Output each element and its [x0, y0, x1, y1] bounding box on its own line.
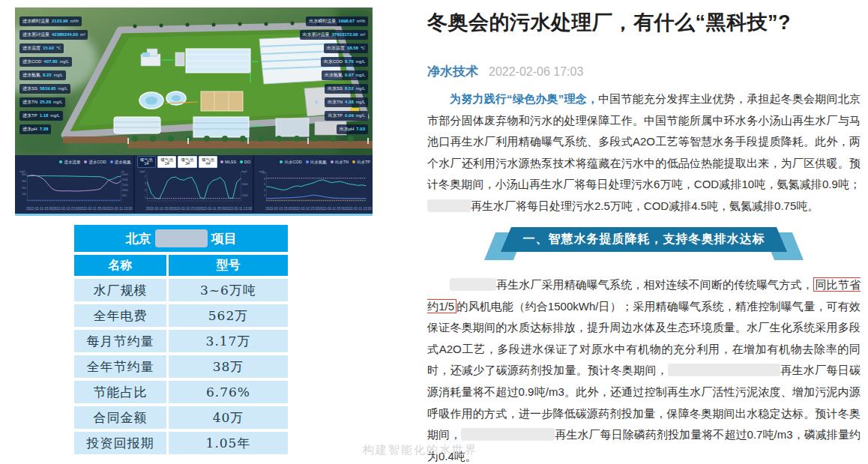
metric-unit: ℃: [361, 46, 365, 50]
table-row: 全年电费562万: [74, 304, 288, 327]
metric-value: 4.38: [345, 100, 354, 104]
metric-label: 出水TP: [328, 112, 343, 119]
metric-value: 0.97: [345, 73, 354, 77]
chart-panel-inflow: 进水流量进水COD进水氨氮mg/Lm³100200300400500100015…: [15, 155, 133, 214]
legend-item[interactable]: MLSS: [220, 160, 236, 164]
chart-legend: MLSSDO: [220, 160, 250, 164]
project-table: 北京 项目 名称 型号 水厂规模3~6万吨全年电费562万每月节约量3.17万全…: [74, 225, 288, 454]
metric-unit: m³/h: [70, 19, 79, 23]
aeration-tank-tab[interactable]: 曝气池3#: [178, 156, 196, 168]
metric-value: 18.58: [347, 46, 358, 50]
legend-dot: [220, 160, 223, 163]
legend-item[interactable]: 进水氨氮: [110, 160, 131, 165]
metric-label: 进水TP: [22, 112, 37, 119]
outlet-metric-badge: 出水SS8.52mg/L: [325, 84, 368, 94]
inlet-metric-badge: 进水SS5819.95mg/L: [19, 84, 70, 94]
metric-label: 进水温度: [22, 45, 40, 52]
legend-dot: [110, 160, 113, 163]
metric-unit: m³: [361, 32, 365, 37]
legend-item[interactable]: 进水COD: [84, 160, 106, 165]
redacted-text: [427, 199, 471, 212]
column-header-name: 名称: [74, 255, 166, 276]
chart-header: 出水COD出水氨氮出水TN出水TP: [256, 157, 370, 166]
svg-text:7: 7: [145, 175, 146, 178]
svg-text:mg/L: mg/L: [241, 170, 247, 173]
x-axis-label: 2022-02-10 15:00: [146, 207, 173, 212]
x-axis-label: 2022-02-10 23:00: [292, 207, 319, 212]
outlet-metric-badge: 出水COD8.76mg/L: [321, 57, 368, 67]
table-value-cell: 562万: [169, 304, 288, 327]
inlet-metric-badge: 进水TP1.18mg/L: [19, 111, 63, 121]
legend-dot: [280, 160, 283, 163]
inlet-metric-badge: 进水温度15.92℃: [19, 43, 64, 53]
open-basin: [201, 91, 243, 111]
metric-label: 进水TN: [22, 99, 37, 106]
table-row: 全年节约量38万: [74, 355, 288, 378]
table-name-cell: 全年电费: [74, 304, 166, 327]
inlet-metric-badge: 进水氨氮8.22mg/L: [19, 70, 66, 80]
legend-label: 进水流量: [64, 160, 80, 165]
legend-label: 出水TP: [357, 160, 370, 165]
svg-text:3: 3: [145, 189, 146, 192]
table-header-row: 名称 型号: [74, 255, 288, 276]
svg-text:2000: 2000: [122, 178, 128, 181]
legend-label: 进水COD: [88, 160, 106, 165]
metric-value: 0.09: [345, 113, 354, 118]
legend-label: 出水COD: [284, 160, 301, 165]
metric-value: 37603172.00: [332, 32, 358, 37]
x-axis-labels: 2022-02-10 15:002022-02-10 23:002022-02-…: [17, 207, 131, 212]
aeration-tank-tab[interactable]: 曝气池1#: [137, 156, 156, 168]
legend-item[interactable]: 出水氨氮: [306, 160, 327, 165]
aeration-tank-tab[interactable]: 曝气池2#: [157, 156, 176, 168]
table-name-cell: 节能占比: [74, 381, 166, 403]
legend-item[interactable]: 出水TN: [331, 160, 349, 165]
x-axis-label: 2022-02-11 13:00: [346, 207, 372, 212]
metric-value: 8.76: [345, 59, 354, 64]
aeration-tank-tab[interactable]: 曝气池4#: [199, 156, 217, 168]
chart-panel-aeration: 曝气池1#曝气池2#曝气池3#曝气池4#MLSSDOmg/Lmg/L135710…: [135, 155, 253, 214]
legend-dot: [306, 160, 309, 163]
svg-text:300: 300: [22, 179, 26, 182]
legend-dot: [84, 160, 87, 163]
article: 冬奥会的污水处理厂，有什么“黑科技”? 净水技术 2022-02-06 17:0…: [427, 0, 861, 464]
table-title-suffix: 项目: [211, 230, 237, 247]
article-source[interactable]: 净水技术: [427, 63, 478, 80]
metric-label: 出水温度: [327, 45, 345, 52]
article-date: 2022-02-06 17:03: [489, 65, 583, 79]
legend-item[interactable]: 出水COD: [280, 160, 301, 165]
chart-panel-outflow: 出水COD出水氨氮出水TN出水TPmg/L2468102022-02-10 15…: [254, 155, 373, 214]
table-title-prefix: 北京: [126, 230, 151, 247]
x-axis-label: 2022-02-11 05:00: [199, 207, 226, 212]
svg-text:4: 4: [264, 188, 265, 191]
metric-label: 进水COD: [22, 58, 41, 65]
metric-value: 8.22: [43, 73, 52, 77]
legend-dot: [352, 160, 355, 163]
article-title: 冬奥会的污水处理厂，有什么“黑科技”?: [427, 9, 861, 36]
svg-text:3000: 3000: [242, 183, 248, 186]
outlet-metric-badge: 出水TP0.09mg/L: [325, 111, 368, 121]
table-name-cell: 每月节约量: [74, 330, 166, 352]
metric-value: 1.18: [40, 113, 49, 118]
legend-item[interactable]: 进水流量: [59, 160, 80, 165]
x-axis-label: 2022-02-10 23:00: [53, 207, 80, 212]
x-axis-labels: 2022-02-10 15:002022-02-10 23:002022-02-…: [256, 207, 370, 212]
metric-label: 出水氨氮: [325, 72, 343, 79]
metric-unit: mg/L: [60, 59, 69, 64]
outlet-metric-badge: 出水TN4.38mg/L: [325, 97, 368, 107]
chart-header: 进水流量进水COD进水氨氮: [17, 157, 131, 166]
metric-unit: ℃: [56, 46, 61, 50]
metric-label: 进水pH: [22, 126, 37, 133]
outlet-metric-badge: 出水累计流量37603172.00m³: [300, 30, 368, 40]
svg-text:1000: 1000: [242, 193, 248, 196]
metric-label: 出水TN: [328, 99, 343, 106]
legend-item[interactable]: DO: [240, 160, 250, 164]
table-name-cell: 全年节约量: [74, 355, 166, 378]
inlet-metric-badge: 进水TN25.28mg/L: [19, 97, 65, 107]
inlet-metrics-column: 进水瞬时流量2123.96m³/h进水累计流量42386244.00m³进水温度…: [19, 16, 88, 134]
x-axis-label: 2022-02-11 05:00: [319, 207, 345, 212]
x-axis-label: 2022-02-11 05:00: [79, 207, 106, 212]
x-axis-label: 2022-02-11 13:00: [226, 207, 252, 212]
redacted-text: [668, 364, 780, 376]
article-paragraph: 再生水厂采用精确曝气系统，相对连续不间断的传统曝气方式，同比节省约1/5的风机电…: [427, 274, 861, 464]
legend-item[interactable]: 出水TP: [352, 160, 370, 165]
